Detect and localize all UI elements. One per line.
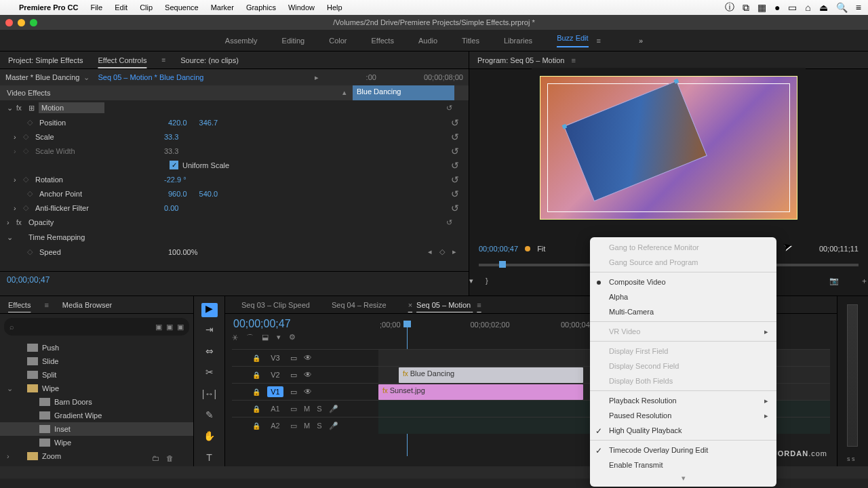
eye-icon[interactable]: 👁 (304, 370, 312, 380)
voiceover-icon[interactable]: 🎤 (329, 422, 338, 430)
menu-edit[interactable]: Edit (115, 3, 127, 12)
track-target[interactable]: V1 (267, 386, 283, 397)
scale-value[interactable]: 33.3 (164, 133, 178, 141)
mark-in-icon[interactable]: ▾ (469, 277, 473, 285)
uniform-scale-checkbox[interactable]: ✓ (170, 161, 178, 169)
clip-sunset[interactable]: fxSunset.jpg (378, 384, 583, 400)
menu-high-quality-playback[interactable]: ✓High Quality Playback (590, 423, 776, 438)
list-item[interactable]: Gradient Wipe (0, 409, 193, 422)
track-target[interactable]: A1 (267, 403, 283, 414)
tab-project[interactable]: Project: Simple Effects (8, 56, 83, 64)
lock-icon[interactable]: 🔒 (252, 388, 260, 396)
menu-playback-resolution[interactable]: Playback Resolution▸ (590, 393, 776, 408)
lock-icon[interactable]: 🔒 (252, 371, 260, 379)
menu-sequence[interactable]: Sequence (165, 3, 199, 12)
app-name[interactable]: Premiere Pro CC (19, 3, 78, 12)
filter-icon[interactable]: ▣ (166, 323, 173, 331)
menu-alpha[interactable]: Alpha (590, 289, 776, 304)
collapse-icon[interactable]: ▴ (342, 88, 347, 97)
panel-menu-icon[interactable]: ≡ (44, 301, 48, 309)
position-y[interactable]: 346.7 (199, 119, 218, 127)
panel-menu-icon[interactable]: ≡ (161, 56, 165, 64)
reset-icon[interactable]: ↺ (446, 104, 452, 113)
tab-effects[interactable]: Effects (8, 301, 31, 309)
reset-icon[interactable]: ↺ (451, 160, 459, 171)
razor-tool-icon[interactable]: ✂ (201, 367, 218, 381)
workspace-effects[interactable]: Effects (371, 37, 393, 45)
toggle-output-icon[interactable]: ▭ (290, 354, 297, 363)
tab-effect-controls[interactable]: Effect Controls (98, 56, 146, 64)
reset-icon[interactable]: ↺ (451, 131, 459, 142)
menu-graphics[interactable]: Graphics (246, 3, 276, 12)
keyframe-toggle-icon[interactable]: ◇ (23, 203, 35, 212)
menu-help[interactable]: Help (327, 3, 342, 12)
rotation-value[interactable]: -22.9 ° (164, 176, 186, 184)
reset-icon[interactable]: ↺ (446, 218, 452, 227)
twist-icon[interactable]: › (7, 218, 16, 226)
lock-icon[interactable]: 🔒 (252, 422, 260, 430)
track-target[interactable]: V2 (267, 369, 283, 380)
tab-media-browser[interactable]: Media Browser (62, 301, 112, 309)
effect-controls-timecode[interactable]: 00;00;00;47 (0, 271, 469, 287)
sequence-tab-active[interactable]: ×Seq 05 – Motion ≡ (400, 301, 490, 309)
speed-value[interactable]: 100.00% (168, 248, 197, 256)
flicker-value[interactable]: 0.00 (164, 204, 178, 212)
menu-marker[interactable]: Marker (211, 3, 234, 12)
hand-tool-icon[interactable]: ✋ (201, 430, 218, 445)
position-x[interactable]: 420.0 (168, 119, 187, 127)
menu-clip[interactable]: Clip (140, 3, 153, 12)
chevron-down-icon[interactable]: ⌄ (83, 73, 90, 82)
list-item[interactable]: Split (0, 368, 193, 382)
marker-add-icon[interactable]: ▾ (277, 333, 281, 343)
menu-window[interactable]: Window (288, 3, 315, 12)
scrubber-playhead[interactable] (499, 261, 506, 268)
toggle-output-icon[interactable]: ▭ (290, 422, 297, 430)
list-item[interactable]: Push (0, 341, 193, 354)
twist-icon[interactable]: ⌄ (7, 233, 16, 242)
menu-timecode-overlay[interactable]: ✓Timecode Overlay During Edit (590, 443, 776, 458)
keyframe-toggle-icon[interactable]: ◇ (27, 118, 39, 127)
list-item[interactable]: Wipe (0, 436, 193, 449)
sequence-clip-label[interactable]: Seq 05 – Motion * Blue Dancing (98, 73, 203, 81)
solo-button[interactable]: S (317, 405, 321, 413)
folder-item[interactable]: ⌄Wipe (0, 382, 193, 395)
motion-effect[interactable]: Motion (39, 102, 104, 113)
eye-icon[interactable]: 👁 (304, 353, 312, 363)
zoom-window-button[interactable] (30, 19, 37, 26)
menu-enable-transmit[interactable]: Enable Transmit (590, 458, 776, 472)
marker-icon[interactable]: ⬓ (262, 333, 269, 343)
filter-icon[interactable]: ▣ (177, 323, 184, 331)
workspace-editing[interactable]: Editing (282, 37, 305, 45)
solo-button[interactable]: S (317, 422, 321, 430)
workspace-assembly[interactable]: Assembly (225, 37, 258, 45)
export-frame-icon[interactable]: 📷 (829, 277, 839, 285)
program-title[interactable]: Program: Seq 05 – Motion (477, 56, 564, 64)
list-item[interactable]: Barn Doors (0, 395, 193, 409)
mute-button[interactable]: M (304, 405, 310, 413)
workspace-menu-icon[interactable]: ≡ (597, 37, 601, 45)
fx-badge-icon[interactable]: fx (16, 104, 28, 112)
lock-icon[interactable]: 🔒 (252, 405, 260, 413)
reset-icon[interactable]: ↺ (451, 188, 459, 199)
type-tool-icon[interactable]: T (201, 452, 218, 466)
linked-selection-icon[interactable]: ⌒ (246, 333, 254, 343)
menu-list-icon[interactable]: ≡ (856, 2, 861, 13)
toggle-output-icon[interactable]: ▭ (290, 388, 297, 396)
twist-icon[interactable]: › (14, 133, 23, 141)
dropbox-icon[interactable]: ⧉ (743, 2, 749, 14)
twist-icon[interactable]: › (14, 176, 23, 184)
status-dot-icon[interactable]: ● (774, 2, 780, 13)
minimize-window-button[interactable] (18, 19, 25, 26)
panel-menu-icon[interactable]: ≡ (477, 301, 481, 309)
reset-icon[interactable]: ↺ (451, 203, 459, 214)
settings-icon[interactable]: ⚙ (289, 333, 296, 343)
selection-tool-icon[interactable]: ▶ (201, 303, 218, 317)
info-icon[interactable]: ⓘ (725, 1, 734, 14)
anchor-x[interactable]: 960.0 (168, 190, 187, 198)
program-timecode-left[interactable]: 00;00;00;47 (479, 245, 518, 253)
fx-badge-icon[interactable]: fx (16, 219, 28, 226)
panel-menu-icon[interactable]: ≡ (571, 56, 575, 64)
workspace-overflow-icon[interactable]: » (639, 37, 643, 45)
close-window-button[interactable] (5, 19, 13, 26)
list-item[interactable]: Slide (0, 354, 193, 368)
